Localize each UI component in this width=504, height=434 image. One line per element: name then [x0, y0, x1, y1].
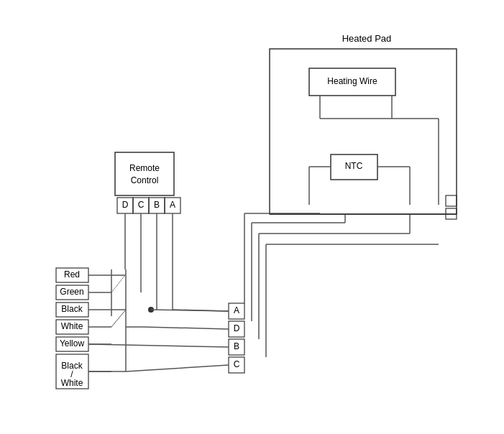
- yellow-label: Yellow: [60, 338, 85, 348]
- heated-pad-label: Heated Pad: [342, 33, 392, 44]
- switch-cross-1: [111, 275, 125, 292]
- pad-connector-box-top: [446, 195, 457, 206]
- black-label: Black: [61, 304, 83, 314]
- right-connector-b-label: B: [234, 341, 239, 351]
- red-label: Red: [64, 269, 80, 280]
- heated-pad-box: [270, 49, 457, 214]
- right-connector-a-label: A: [234, 305, 239, 315]
- wiring-diagram: Heated Pad Heating Wire NTC Remote Contr…: [0, 0, 504, 434]
- black-white-label-2: White: [61, 378, 83, 388]
- yellow-to-b: [88, 344, 229, 347]
- white-to-d: [144, 327, 229, 329]
- connector-c-label: C: [138, 200, 145, 210]
- connector-b-label: B: [154, 200, 160, 210]
- ntc-label: NTC: [345, 161, 363, 171]
- bw-to-c: [126, 365, 229, 371]
- remote-control-box: [115, 152, 174, 195]
- connector-d-label: D: [122, 200, 129, 210]
- connector-a-label: A: [170, 200, 175, 210]
- right-connector-c-label: C: [234, 359, 240, 369]
- a-top-to-right: [173, 310, 229, 311]
- remote-control-label-1: Remote: [129, 163, 160, 173]
- right-connector-d-label: D: [234, 323, 240, 333]
- heating-wire-label: Heating Wire: [327, 76, 377, 86]
- white-connector-diag: [111, 310, 126, 327]
- green-label: Green: [60, 287, 83, 297]
- remote-control-label-2: Control: [131, 175, 159, 185]
- white-label: White: [61, 321, 83, 331]
